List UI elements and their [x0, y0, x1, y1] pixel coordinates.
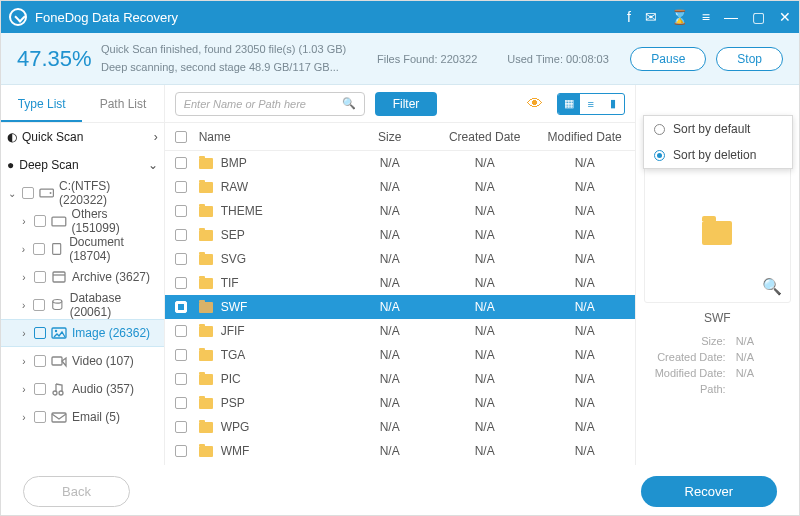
search-icon[interactable]: 🔍 [342, 97, 356, 110]
table-row[interactable]: SWFN/AN/AN/A [165, 295, 635, 319]
chevron-right-icon[interactable]: › [19, 300, 28, 311]
table-row[interactable]: SVGN/AN/AN/A [165, 247, 635, 271]
file-size: N/A [345, 300, 435, 314]
col-name[interactable]: Name [195, 130, 345, 144]
col-created[interactable]: Created Date [435, 130, 535, 144]
col-modified[interactable]: Modified Date [535, 130, 635, 144]
file-created: N/A [435, 276, 535, 290]
facebook-icon[interactable]: f [627, 9, 631, 25]
checkbox[interactable] [34, 271, 46, 283]
view-grid-icon[interactable]: ▦ [558, 94, 580, 114]
col-size[interactable]: Size [345, 130, 435, 144]
checkbox[interactable] [175, 277, 187, 289]
zoom-icon[interactable]: 🔍 [762, 277, 782, 296]
checkbox[interactable] [175, 229, 187, 241]
stop-button[interactable]: Stop [716, 47, 783, 71]
checkbox[interactable] [175, 205, 187, 217]
tree-audio[interactable]: › Audio (357) [1, 375, 164, 403]
checkbox[interactable] [175, 181, 187, 193]
tree-archive[interactable]: › Archive (3627) [1, 263, 164, 291]
table-row[interactable]: BMPN/AN/AN/A [165, 151, 635, 175]
feedback-icon[interactable]: ✉ [645, 9, 657, 25]
table-row[interactable]: PSPN/AN/AN/A [165, 391, 635, 415]
svg-rect-4 [53, 272, 65, 282]
tree-email[interactable]: › Email (5) [1, 403, 164, 431]
table-row[interactable]: RAWN/AN/AN/A [165, 175, 635, 199]
preview-toggle-icon[interactable]: 👁 [527, 95, 543, 113]
menu-icon[interactable]: ≡ [702, 9, 710, 25]
sort-deletion[interactable]: Sort by deletion [644, 142, 792, 168]
chevron-right-icon[interactable]: › [19, 356, 29, 367]
chevron-right-icon[interactable]: › [19, 384, 29, 395]
checkbox[interactable] [175, 421, 187, 433]
file-name: PSP [221, 396, 245, 410]
search-input[interactable]: Enter Name or Path here 🔍 [175, 92, 365, 116]
table-row[interactable]: THEMEN/AN/AN/A [165, 199, 635, 223]
pause-button[interactable]: Pause [630, 47, 706, 71]
tree-quick-scan[interactable]: ◐ Quick Scan › [1, 123, 164, 151]
select-all-checkbox[interactable] [175, 131, 187, 143]
checkbox[interactable] [34, 411, 46, 423]
checkbox[interactable] [175, 373, 187, 385]
table-row[interactable]: WPGN/AN/AN/A [165, 415, 635, 439]
checkbox[interactable] [34, 327, 46, 339]
svg-point-11 [59, 391, 63, 395]
checkbox[interactable] [33, 243, 45, 255]
chevron-right-icon[interactable]: › [19, 244, 28, 255]
file-name: JFIF [221, 324, 245, 338]
svg-rect-2 [52, 217, 66, 226]
recover-button[interactable]: Recover [641, 476, 777, 507]
checkbox[interactable] [175, 445, 187, 457]
table-row[interactable]: PICN/AN/AN/A [165, 367, 635, 391]
history-icon[interactable]: ⌛ [671, 9, 688, 25]
checkbox[interactable] [175, 157, 187, 169]
tab-path-list[interactable]: Path List [82, 85, 163, 122]
tree-image[interactable]: › Image (26362) [1, 319, 164, 347]
table-row[interactable]: SEPN/AN/AN/A [165, 223, 635, 247]
checkbox[interactable] [34, 355, 46, 367]
file-list-panel: Enter Name or Path here 🔍 Filter 👁 ▦ ≡ ▮… [165, 85, 636, 465]
scan-percent: 47.35% [17, 46, 85, 72]
minimize-icon[interactable]: — [724, 9, 738, 25]
file-created: N/A [435, 156, 535, 170]
checkbox[interactable] [175, 253, 187, 265]
checkbox[interactable] [175, 325, 187, 337]
checkbox[interactable] [22, 187, 34, 199]
tree-video[interactable]: › Video (107) [1, 347, 164, 375]
checkbox[interactable] [175, 349, 187, 361]
app-logo-icon [9, 8, 27, 26]
back-button[interactable]: Back [23, 476, 130, 507]
checkbox[interactable] [175, 397, 187, 409]
view-detail-icon[interactable]: ▮ [602, 94, 624, 114]
preview-metadata: Size:N/A Created Date:N/A Modified Date:… [644, 335, 791, 395]
tree-document[interactable]: › Document (18704) [1, 235, 164, 263]
table-row[interactable]: JFIFN/AN/AN/A [165, 319, 635, 343]
chevron-right-icon[interactable]: › [19, 412, 29, 423]
file-name: PIC [221, 372, 241, 386]
file-modified: N/A [535, 396, 635, 410]
close-icon[interactable]: ✕ [779, 9, 791, 25]
tab-type-list[interactable]: Type List [1, 85, 82, 122]
filter-button[interactable]: Filter [375, 92, 438, 116]
table-row[interactable]: JPEGN/AN/AN/A [165, 463, 635, 465]
checkbox[interactable] [34, 383, 46, 395]
chevron-down-icon[interactable]: ⌄ [7, 188, 17, 199]
tree-others[interactable]: › Others (151099) [1, 207, 164, 235]
table-row[interactable]: WMFN/AN/AN/A [165, 439, 635, 463]
tree-database[interactable]: › Database (20061) [1, 291, 164, 319]
file-created: N/A [435, 300, 535, 314]
checkbox[interactable] [175, 301, 187, 313]
sort-default[interactable]: Sort by default [644, 116, 792, 142]
folder-icon [702, 221, 732, 245]
checkbox[interactable] [33, 299, 45, 311]
table-row[interactable]: TIFN/AN/AN/A [165, 271, 635, 295]
chevron-right-icon[interactable]: › [19, 216, 29, 227]
checkbox[interactable] [34, 215, 46, 227]
chevron-right-icon[interactable]: › [19, 328, 29, 339]
tree-drive[interactable]: ⌄ C:(NTFS) (220322) [1, 179, 164, 207]
tree-deep-scan[interactable]: ● Deep Scan ⌄ [1, 151, 164, 179]
maximize-icon[interactable]: ▢ [752, 9, 765, 25]
view-list-icon[interactable]: ≡ [580, 94, 602, 114]
chevron-right-icon[interactable]: › [19, 272, 29, 283]
table-row[interactable]: TGAN/AN/AN/A [165, 343, 635, 367]
